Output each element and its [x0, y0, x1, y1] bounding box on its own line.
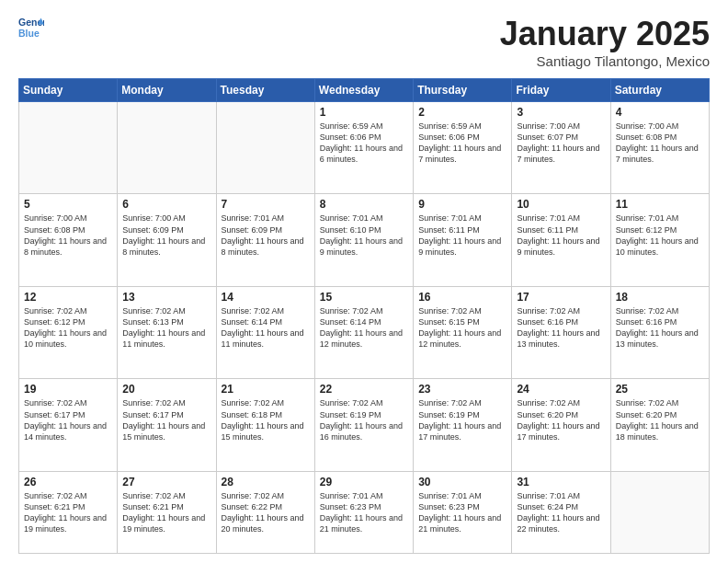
day-number: 18 — [616, 291, 704, 304]
day-number: 19 — [24, 383, 112, 396]
table-row: 3Sunrise: 7:00 AM Sunset: 6:07 PM Daylig… — [512, 102, 610, 194]
day-info: Sunrise: 6:59 AM Sunset: 6:06 PM Dayligh… — [320, 121, 408, 166]
logo-icon: GeneralBlue — [18, 15, 44, 40]
table-row — [610, 471, 709, 553]
day-number: 24 — [517, 383, 605, 396]
col-sunday: Sunday — [19, 79, 118, 102]
calendar-header-row: Sunday Monday Tuesday Wednesday Thursday… — [19, 79, 710, 102]
day-info: Sunrise: 7:01 AM Sunset: 6:24 PM Dayligh… — [517, 490, 605, 535]
location: Santiago Tilantongo, Mexico — [500, 53, 710, 69]
svg-text:Blue: Blue — [18, 28, 40, 39]
table-row: 9Sunrise: 7:01 AM Sunset: 6:11 PM Daylig… — [414, 194, 512, 286]
day-info: Sunrise: 7:02 AM Sunset: 6:14 PM Dayligh… — [222, 305, 310, 350]
day-number: 22 — [320, 383, 408, 396]
day-number: 6 — [122, 198, 210, 211]
table-row — [19, 102, 118, 194]
table-row: 5Sunrise: 7:00 AM Sunset: 6:08 PM Daylig… — [19, 194, 118, 286]
table-row: 1Sunrise: 6:59 AM Sunset: 6:06 PM Daylig… — [314, 102, 413, 194]
table-row: 30Sunrise: 7:01 AM Sunset: 6:23 PM Dayli… — [414, 471, 512, 553]
table-row: 4Sunrise: 7:00 AM Sunset: 6:08 PM Daylig… — [610, 102, 709, 194]
logo: GeneralBlue — [18, 15, 44, 40]
table-row: 16Sunrise: 7:02 AM Sunset: 6:15 PM Dayli… — [414, 286, 512, 378]
day-info: Sunrise: 7:02 AM Sunset: 6:20 PM Dayligh… — [616, 397, 704, 442]
day-number: 20 — [122, 383, 210, 396]
day-info: Sunrise: 7:00 AM Sunset: 6:09 PM Dayligh… — [122, 213, 210, 258]
day-info: Sunrise: 7:02 AM Sunset: 6:21 PM Dayligh… — [24, 490, 112, 535]
day-number: 30 — [418, 476, 506, 488]
day-number: 16 — [418, 291, 506, 304]
table-row: 29Sunrise: 7:01 AM Sunset: 6:23 PM Dayli… — [314, 471, 413, 553]
month-title: January 2025 — [500, 15, 710, 53]
day-info: Sunrise: 7:00 AM Sunset: 6:08 PM Dayligh… — [616, 121, 704, 166]
day-info: Sunrise: 7:02 AM Sunset: 6:18 PM Dayligh… — [222, 397, 310, 442]
table-row: 25Sunrise: 7:02 AM Sunset: 6:20 PM Dayli… — [610, 379, 709, 471]
day-number: 27 — [122, 476, 210, 488]
day-info: Sunrise: 7:02 AM Sunset: 6:16 PM Dayligh… — [616, 305, 704, 350]
table-row: 10Sunrise: 7:01 AM Sunset: 6:11 PM Dayli… — [512, 194, 610, 286]
col-monday: Monday — [118, 79, 216, 102]
day-number: 10 — [517, 198, 605, 211]
day-info: Sunrise: 7:02 AM Sunset: 6:21 PM Dayligh… — [122, 490, 210, 535]
table-row: 14Sunrise: 7:02 AM Sunset: 6:14 PM Dayli… — [216, 286, 314, 378]
day-number: 7 — [222, 198, 310, 211]
table-row: 2Sunrise: 6:59 AM Sunset: 6:06 PM Daylig… — [414, 102, 512, 194]
day-number: 15 — [320, 291, 408, 304]
day-number: 28 — [222, 476, 310, 488]
day-info: Sunrise: 7:02 AM Sunset: 6:15 PM Dayligh… — [418, 305, 506, 350]
day-info: Sunrise: 7:00 AM Sunset: 6:07 PM Dayligh… — [517, 121, 605, 166]
col-thursday: Thursday — [414, 79, 512, 102]
col-tuesday: Tuesday — [216, 79, 314, 102]
table-row: 23Sunrise: 7:02 AM Sunset: 6:19 PM Dayli… — [414, 379, 512, 471]
day-info: Sunrise: 7:02 AM Sunset: 6:19 PM Dayligh… — [320, 397, 408, 442]
table-row: 11Sunrise: 7:01 AM Sunset: 6:12 PM Dayli… — [610, 194, 709, 286]
day-info: Sunrise: 6:59 AM Sunset: 6:06 PM Dayligh… — [418, 121, 506, 166]
table-row: 31Sunrise: 7:01 AM Sunset: 6:24 PM Dayli… — [512, 471, 610, 553]
day-info: Sunrise: 7:02 AM Sunset: 6:22 PM Dayligh… — [222, 490, 310, 535]
day-number: 2 — [418, 106, 506, 119]
day-info: Sunrise: 7:01 AM Sunset: 6:23 PM Dayligh… — [418, 490, 506, 535]
day-number: 23 — [418, 383, 506, 396]
table-row — [216, 102, 314, 194]
day-number: 31 — [517, 476, 605, 488]
day-info: Sunrise: 7:01 AM Sunset: 6:12 PM Dayligh… — [616, 213, 704, 258]
day-number: 1 — [320, 106, 408, 119]
day-info: Sunrise: 7:01 AM Sunset: 6:11 PM Dayligh… — [517, 213, 605, 258]
table-row: 19Sunrise: 7:02 AM Sunset: 6:17 PM Dayli… — [19, 379, 118, 471]
table-row: 13Sunrise: 7:02 AM Sunset: 6:13 PM Dayli… — [118, 286, 216, 378]
day-number: 8 — [320, 198, 408, 211]
day-info: Sunrise: 7:01 AM Sunset: 6:10 PM Dayligh… — [320, 213, 408, 258]
day-info: Sunrise: 7:02 AM Sunset: 6:20 PM Dayligh… — [517, 397, 605, 442]
day-number: 3 — [517, 106, 605, 119]
table-row: 6Sunrise: 7:00 AM Sunset: 6:09 PM Daylig… — [118, 194, 216, 286]
table-row: 24Sunrise: 7:02 AM Sunset: 6:20 PM Dayli… — [512, 379, 610, 471]
table-row: 20Sunrise: 7:02 AM Sunset: 6:17 PM Dayli… — [118, 379, 216, 471]
day-info: Sunrise: 7:01 AM Sunset: 6:23 PM Dayligh… — [320, 490, 408, 535]
day-info: Sunrise: 7:02 AM Sunset: 6:19 PM Dayligh… — [418, 397, 506, 442]
table-row — [118, 102, 216, 194]
day-info: Sunrise: 7:02 AM Sunset: 6:16 PM Dayligh… — [517, 305, 605, 350]
day-info: Sunrise: 7:02 AM Sunset: 6:12 PM Dayligh… — [24, 305, 112, 350]
day-number: 25 — [616, 383, 704, 396]
table-row: 18Sunrise: 7:02 AM Sunset: 6:16 PM Dayli… — [610, 286, 709, 378]
calendar-table: Sunday Monday Tuesday Wednesday Thursday… — [18, 78, 710, 554]
day-number: 29 — [320, 476, 408, 488]
day-info: Sunrise: 7:00 AM Sunset: 6:08 PM Dayligh… — [24, 213, 112, 258]
table-row: 7Sunrise: 7:01 AM Sunset: 6:09 PM Daylig… — [216, 194, 314, 286]
day-number: 26 — [24, 476, 112, 488]
day-number: 9 — [418, 198, 506, 211]
header: GeneralBlue January 2025 Santiago Tilant… — [18, 15, 710, 69]
day-number: 14 — [222, 291, 310, 304]
day-info: Sunrise: 7:02 AM Sunset: 6:14 PM Dayligh… — [320, 305, 408, 350]
table-row: 21Sunrise: 7:02 AM Sunset: 6:18 PM Dayli… — [216, 379, 314, 471]
day-number: 12 — [24, 291, 112, 304]
table-row: 22Sunrise: 7:02 AM Sunset: 6:19 PM Dayli… — [314, 379, 413, 471]
title-section: January 2025 Santiago Tilantongo, Mexico — [500, 15, 710, 69]
day-info: Sunrise: 7:02 AM Sunset: 6:17 PM Dayligh… — [122, 397, 210, 442]
table-row: 12Sunrise: 7:02 AM Sunset: 6:12 PM Dayli… — [19, 286, 118, 378]
day-number: 21 — [222, 383, 310, 396]
table-row: 27Sunrise: 7:02 AM Sunset: 6:21 PM Dayli… — [118, 471, 216, 553]
page: GeneralBlue January 2025 Santiago Tilant… — [0, 0, 728, 563]
col-friday: Friday — [512, 79, 610, 102]
day-number: 11 — [616, 198, 704, 211]
day-number: 17 — [517, 291, 605, 304]
